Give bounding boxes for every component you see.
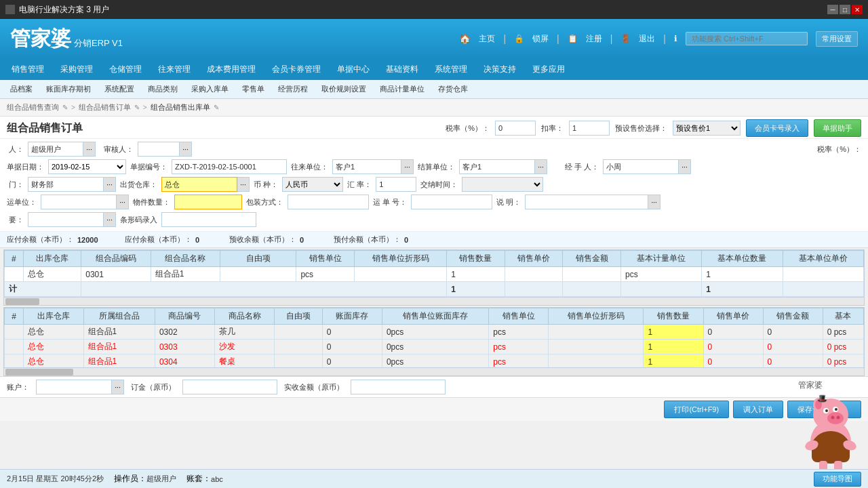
sub-nav-item-3[interactable]: 商品类别 (141, 80, 184, 99)
nav-item-purchase[interactable]: 采购管理 (52, 58, 101, 80)
sub-scroll-h[interactable] (3, 368, 865, 376)
handler-input[interactable] (603, 159, 679, 174)
nav-item-more[interactable]: 更多应用 (524, 58, 573, 80)
sub-table-row[interactable]: 总仓 组合品1 0303 沙发 0 0pcs pcs 1 0 0 0 pcs (5, 340, 864, 354)
warehouse-dots-btn[interactable]: ··· (237, 177, 250, 192)
operator-dots-btn[interactable]: ··· (83, 142, 96, 157)
nav-item-warehouse[interactable]: 仓储管理 (101, 58, 150, 80)
remarks-input[interactable] (525, 195, 648, 209)
settle-unit-dots-btn[interactable]: ··· (535, 159, 547, 174)
settle-unit-input[interactable] (459, 159, 535, 174)
sub-nav-item-8[interactable]: 商品计量单位 (373, 80, 431, 99)
nav-item-sales[interactable]: 销售管理 (3, 58, 52, 80)
sub-nav-item-0[interactable]: 品档案 (3, 80, 39, 99)
home-label[interactable]: 主页 (479, 33, 495, 45)
barcode-input[interactable] (161, 212, 256, 227)
price-select[interactable]: 预设售价1 (673, 121, 741, 136)
help-btn[interactable]: 功能导图 (814, 472, 861, 487)
nav-item-voucher[interactable]: 单据中心 (329, 58, 378, 80)
main-scroll-thumb[interactable] (5, 298, 39, 305)
sub-cell-saleamount: 0 (763, 325, 823, 340)
close-btn[interactable]: ✕ (852, 5, 863, 14)
sub-nav-item-7[interactable]: 取价规则设置 (315, 80, 373, 99)
sub-scroll-thumb[interactable] (5, 369, 73, 375)
sub-nav-item-5[interactable]: 零售单 (235, 80, 271, 99)
nav-item-basic[interactable]: 基础资料 (378, 58, 427, 80)
approver-dots-btn[interactable]: ··· (180, 142, 192, 157)
sub-th-no: # (5, 308, 24, 325)
order-amount-input[interactable] (182, 380, 277, 394)
exchange-input[interactable] (376, 177, 416, 192)
print-btn[interactable]: 打印(Ctrl+F9) (664, 401, 729, 418)
sub-nav: 品档案 账面库存期初 系统配置 商品类别 采购入库单 零售单 经营历程 取价规则… (0, 80, 868, 99)
sub-nav-item-4[interactable]: 采购入库单 (184, 80, 235, 99)
import-btn[interactable]: 调入订单 (733, 401, 783, 418)
item-count-input[interactable] (174, 195, 242, 209)
sub-cell-itemcode: 0302 (155, 325, 214, 340)
ship-no-input[interactable] (411, 195, 492, 209)
main-scroll-h[interactable] (3, 298, 865, 306)
minimize-btn[interactable]: ─ (827, 5, 838, 14)
account-input[interactable] (36, 380, 112, 394)
sub-nav-item-1[interactable]: 账面库存期初 (39, 80, 98, 99)
dept-label: 门： (7, 180, 24, 190)
sub-cell-freeitem (275, 354, 323, 369)
actual-amount-input[interactable] (351, 380, 446, 394)
table-row[interactable]: 总仓 0301 组合品1 pcs 1 pcs 1 (5, 267, 864, 282)
operator-input[interactable] (28, 142, 83, 157)
register-label[interactable]: 注册 (586, 33, 602, 45)
order-no-input[interactable] (172, 159, 287, 174)
func-search-input[interactable] (686, 32, 808, 45)
pack-mode-label: 包装方式： (246, 197, 283, 207)
nav-item-cost[interactable]: 成本费用管理 (199, 58, 264, 80)
settings-btn[interactable]: 常用设置 (816, 31, 858, 47)
sub-table-row[interactable]: 总仓 组合品1 0302 茶几 0 0pcs pcs 1 0 0 0 pcs (5, 325, 864, 340)
trade-date-input[interactable] (462, 177, 543, 192)
member-card-btn[interactable]: 会员卡号录入 (746, 119, 808, 137)
sub-nav-item-6[interactable]: 经营历程 (271, 80, 315, 99)
handler-dots-btn[interactable]: ··· (679, 159, 691, 174)
sub-nav-item-2[interactable]: 系统配置 (98, 80, 141, 99)
to-unit-input[interactable] (332, 159, 401, 174)
to-unit-dots-btn[interactable]: ··· (401, 159, 414, 174)
sub-table-row[interactable]: 总仓 组合品1 0304 餐桌 0 0pcs pcs 1 0 0 0 pcs (5, 354, 864, 369)
maximize-btn[interactable]: □ (840, 5, 850, 14)
sub-th-unitbarcode: 销售单位折形码 (549, 308, 644, 325)
breadcrumb-item-0[interactable]: 组合品销售查询 (7, 102, 59, 113)
dept-dots-btn[interactable]: ··· (104, 177, 116, 192)
footer-account-value: abc (211, 475, 223, 483)
svg-point-0 (810, 420, 851, 464)
window-controls[interactable]: ─ □ ✕ (827, 5, 863, 14)
nav-item-decision[interactable]: 决策支持 (475, 58, 524, 80)
pack-mode-input[interactable] (288, 195, 369, 209)
discount-rate-input[interactable] (569, 121, 610, 136)
ship-unit-input[interactable] (41, 195, 117, 209)
currency-select[interactable]: 人民币 (282, 177, 343, 192)
save-btn[interactable]: 保存订单（F8） (787, 401, 861, 418)
ship-unit-dots-btn[interactable]: ··· (117, 195, 129, 209)
logo-sub: 分销ERP V1 (74, 37, 123, 49)
exit-label[interactable]: 退出 (639, 33, 655, 45)
dept-input[interactable] (28, 177, 104, 192)
bottom-buttons: 打印(Ctrl+F9) 调入订单 保存订单（F8） (0, 397, 868, 421)
assist-btn[interactable]: 单据助手 (814, 119, 861, 137)
nav-item-member[interactable]: 会员卡券管理 (264, 58, 329, 80)
breadcrumb-item-2[interactable]: 组合品销售出库单 (151, 102, 210, 113)
sub-nav-item-9[interactable]: 存货仓库 (431, 80, 475, 99)
approver-input[interactable] (138, 142, 180, 157)
lock-label[interactable]: 锁屏 (532, 33, 549, 45)
account-dots-btn[interactable]: ··· (112, 380, 124, 394)
breadcrumb-item-1[interactable]: 组合品销售订单 (79, 102, 131, 113)
require-input[interactable] (28, 212, 104, 227)
tax-rate-input[interactable] (495, 121, 536, 136)
nav-item-transactions[interactable]: 往来管理 (150, 58, 199, 80)
require-dots-btn[interactable]: ··· (104, 212, 116, 227)
sub-cell-unitstock: 0pcs (382, 325, 488, 340)
remarks-dots-btn[interactable]: ··· (648, 195, 660, 209)
nav-item-system[interactable]: 系统管理 (427, 58, 475, 80)
sub-cell-no (5, 354, 24, 369)
sub-table-container: # 出库仓库 所属组合品 商品编号 商品名称 自由项 账面库存 销售单位账面库存… (3, 307, 865, 368)
date-input[interactable]: 2019-02-15 (48, 159, 126, 174)
breadcrumb: 组合品销售查询 ✎ > 组合品销售订单 ✎ > 组合品销售出库单 ✎ (0, 99, 868, 117)
warehouse-input[interactable] (161, 177, 237, 192)
